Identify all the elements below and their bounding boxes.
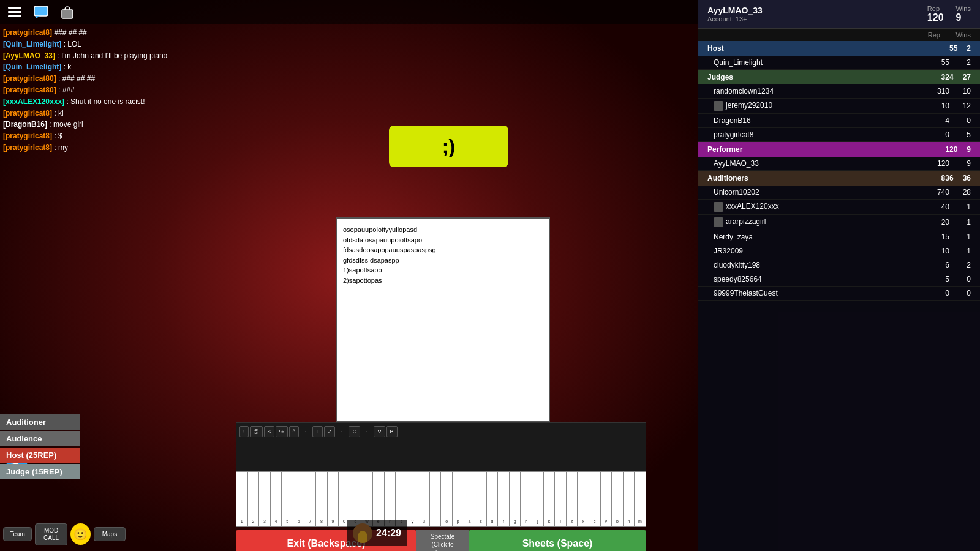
section-host: Host 552: [698, 41, 980, 56]
lb-row-xxxalex: xxxALEX120xxx 40 1: [698, 200, 980, 215]
game-background: [pratygirlcat8] ### ## ## [Quin_Limeligh…: [0, 0, 698, 551]
team-button[interactable]: Team: [3, 527, 32, 541]
chat-message: [AyyLMAO_33] : I'm John and I'll be play…: [3, 51, 193, 61]
lb-row-nerdy: Nerdy_zaya 15 1: [698, 230, 980, 244]
svg-rect-5: [62, 10, 73, 18]
leaderboard-column-headers: Rep Wins: [698, 29, 980, 41]
spectate-button[interactable]: Spectate(Click tochangecam): [417, 530, 469, 552]
audience-badge: Audience: [0, 431, 80, 446]
rep-value: 120: [927, 12, 944, 23]
lb-row-ayylmao: AyyLMAO_33 120 9: [698, 157, 980, 171]
section-performer: Performer 1209: [698, 142, 980, 157]
lb-row-jeremy: jeremy292010 10 12: [698, 99, 980, 114]
lb-row-99999: 99999ThelastGuest 0 0: [698, 287, 980, 301]
lb-row-jr32009: JR32009 10 1: [698, 244, 980, 258]
judge-badge[interactable]: Judge (15REP): [0, 464, 80, 479]
lb-row-randomclown: randomclown1234 310 10: [698, 84, 980, 99]
maps-button[interactable]: Maps: [94, 527, 126, 541]
timer: 24:29: [347, 520, 407, 546]
svg-marker-4: [36, 16, 40, 18]
chat-message: [pratygirlcat8] ### ## ##: [3, 28, 193, 38]
speech-bubble: ;): [389, 126, 508, 167]
bag-icon[interactable]: [59, 4, 76, 21]
chat-message: [pratygirlcat80] : ###: [3, 85, 193, 96]
speech-bubble-text: ;): [442, 135, 455, 158]
lb-row-unicorn: Unicorn10202 740 28: [698, 186, 980, 200]
section-judges: Judges 32427: [698, 70, 980, 84]
svg-rect-3: [34, 6, 48, 16]
auditioner-badge: Auditioner: [0, 414, 80, 430]
sheet-line: 2)sapottopas: [343, 276, 543, 286]
svg-rect-2: [8, 15, 21, 17]
timer-value: 24:29: [376, 528, 401, 539]
mod-call-button[interactable]: MODCALL: [35, 523, 67, 545]
section-auditioners: Auditioners 83636: [698, 171, 980, 186]
leaderboard-stats: Rep 120 Wins 9: [927, 5, 971, 23]
chat-message: [DragonB16] : move girl: [3, 119, 193, 130]
chat-message: [pratygirlcat8] : ki: [3, 108, 193, 119]
sheet-line: 1)sapottsapo: [343, 265, 543, 276]
chat-icon[interactable]: [32, 4, 50, 21]
lb-row-pratygirlcat8: pratygirlcat8 0 5: [698, 128, 980, 142]
sheet-music-panel: osopauupoiottyyuiiopasd ofdsda osapauupo…: [336, 217, 550, 422]
wins-value: 9: [956, 12, 971, 23]
chat-message: [pratygirlcat8] : my: [3, 143, 193, 153]
role-badges: Auditioner Audience Host (25REP) Judge (…: [0, 414, 80, 481]
svg-rect-1: [8, 11, 21, 13]
chat-message: [xxxALEX120xxx] : Shut it no one is raci…: [3, 97, 193, 107]
sheet-line: osopauupoiottyyuiiopasd: [343, 225, 543, 235]
toolbar: [0, 0, 698, 24]
leaderboard-panel: AyyLMAO_33 Account: 13+ Rep 120 Wins 9 R…: [698, 0, 980, 551]
chat-message: [Quin_Limelight] : LOL: [3, 39, 193, 50]
sheet-line: fdsasdoosapopauuspaspaspsg: [343, 245, 543, 255]
leaderboard-username: AyyLMAO_33: [707, 6, 763, 15]
action-buttons: Team MODCALL 🙂 Maps: [0, 517, 129, 551]
chat-message: [pratygirlcat8] : $: [3, 131, 193, 141]
lb-row-ararpizza: ararpizzagirl 20 1: [698, 215, 980, 230]
timer-avatar: [353, 523, 372, 543]
sheet-line: ofdsda osapauupoiottsapo: [343, 235, 543, 246]
menu-icon[interactable]: [6, 4, 23, 21]
chat-message: [pratygirlcat80] : ### ## ##: [3, 73, 193, 84]
sheet-line: gfdsdfss dsapaspp: [343, 255, 543, 266]
leaderboard-header: AyyLMAO_33 Account: 13+ Rep 120 Wins 9: [698, 0, 980, 29]
emoji-button[interactable]: 🙂: [70, 523, 91, 545]
account-label: Account: 13+: [707, 15, 763, 23]
rep-label: Rep: [927, 5, 944, 12]
lb-row-speedy: speedy825664 5 0: [698, 272, 980, 287]
host-badge[interactable]: Host (25REP): [0, 448, 80, 463]
svg-rect-0: [8, 7, 21, 9]
chat-panel: [pratygirlcat8] ### ## ## [Quin_Limeligh…: [0, 24, 196, 171]
lb-row-cluody: cluodykitty198 6 2: [698, 258, 980, 272]
lb-row-quin: Quin_Limelight 55 2: [698, 56, 980, 70]
lb-row-dragonb16: DragonB16 4 0: [698, 114, 980, 128]
chat-message: [Quin_Limelight] : k: [3, 62, 193, 72]
sheets-button[interactable]: Sheets (Space): [469, 530, 646, 552]
wins-label: Wins: [956, 5, 971, 12]
piano-area: ! @ $ % ^ · L Z · C · V B 1 2 3 4 5 6 7 …: [236, 422, 646, 551]
